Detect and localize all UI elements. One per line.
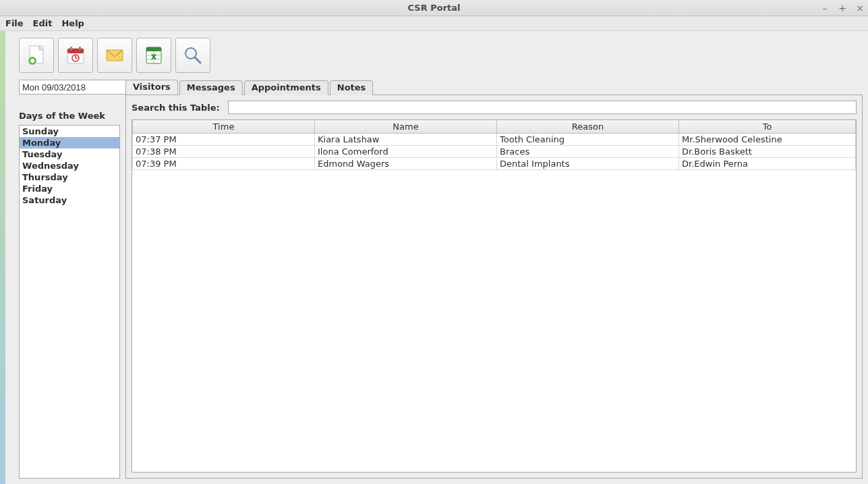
days-list[interactable]: SundayMondayTuesdayWednesdayThursdayFrid… (19, 125, 120, 479)
right-column: VisitorsMessagesAppointmentsNotes Search… (125, 80, 863, 479)
day-item[interactable]: Saturday (20, 194, 119, 206)
minimize-button[interactable]: – (819, 3, 830, 14)
table-row[interactable]: 07:37 PMKiara LatshawTooth CleaningMr.Sh… (133, 134, 856, 146)
menu-help[interactable]: Help (61, 18, 84, 28)
day-item[interactable]: Thursday (20, 171, 119, 183)
cell-reason: Braces (497, 146, 679, 158)
tab-panel: Search this Table: TimeNameReasonTo 07:3… (125, 95, 863, 479)
svg-rect-14 (146, 47, 161, 51)
svg-rect-4 (30, 60, 34, 62)
cell-reason: Tooth Cleaning (497, 134, 679, 146)
toolbar: X (0, 31, 868, 80)
tab-appointments[interactable]: Appointments (244, 80, 328, 95)
cell-name: Kiara Latshaw (315, 134, 497, 146)
column-header[interactable]: Name (315, 120, 497, 134)
tabs: VisitorsMessagesAppointmentsNotes (125, 80, 863, 95)
left-column: 🔑 Days of the Week SundayMondayTuesdayWe… (19, 80, 120, 479)
column-header[interactable]: Time (133, 120, 315, 134)
titlebar: CSR Portal – + × (0, 0, 868, 16)
left-edge-decoration (0, 31, 5, 484)
day-item[interactable]: Tuesday (20, 149, 119, 160)
close-button[interactable]: × (855, 3, 865, 14)
main-area: 🔑 Days of the Week SundayMondayTuesdayWe… (0, 80, 868, 484)
table-row[interactable]: 07:39 PMEdmond WagersDental ImplantsDr.E… (133, 158, 856, 170)
table-row[interactable]: 07:38 PMIlona ComerfordBracesDr.Boris Ba… (133, 146, 856, 158)
menubar: File Edit Help (0, 16, 868, 31)
maximize-button[interactable]: + (837, 3, 848, 14)
search-icon (181, 44, 204, 67)
cell-to: Dr.Boris Baskett (679, 146, 856, 158)
day-item[interactable]: Sunday (20, 126, 119, 137)
mail-button[interactable] (97, 38, 132, 73)
days-label: Days of the Week (19, 111, 120, 121)
svg-rect-6 (67, 49, 84, 53)
cell-time: 07:38 PM (133, 146, 315, 158)
tab-messages[interactable]: Messages (179, 80, 243, 95)
new-doc-icon (25, 44, 48, 67)
day-item[interactable]: Friday (20, 183, 119, 194)
cell-time: 07:39 PM (133, 158, 315, 170)
cell-name: Edmond Wagers (315, 158, 497, 170)
column-header[interactable]: Reason (497, 120, 679, 134)
svg-text:X: X (151, 53, 157, 61)
cell-time: 07:37 PM (133, 134, 315, 146)
day-item[interactable]: Monday (20, 137, 119, 149)
cell-reason: Dental Implants (497, 158, 679, 170)
svg-rect-7 (70, 47, 72, 51)
column-header[interactable]: To (679, 120, 856, 134)
excel-icon: X (142, 44, 165, 67)
calendar-icon (64, 44, 87, 67)
mail-icon (103, 44, 126, 67)
search-label: Search this Table: (132, 103, 220, 113)
tab-notes[interactable]: Notes (330, 80, 374, 95)
calendar-button[interactable] (58, 38, 93, 73)
window-title: CSR Portal (408, 3, 461, 13)
search-input[interactable] (228, 101, 857, 114)
tab-visitors[interactable]: Visitors (125, 80, 178, 95)
search-button[interactable] (175, 38, 210, 73)
date-input[interactable] (19, 80, 139, 95)
day-item[interactable]: Wednesday (20, 160, 119, 171)
visitors-grid[interactable]: TimeNameReasonTo 07:37 PMKiara LatshawTo… (132, 119, 857, 473)
cell-to: Mr.Sherwood Celestine (679, 134, 856, 146)
menu-file[interactable]: File (5, 18, 24, 28)
excel-button[interactable]: X (136, 38, 171, 73)
menu-edit[interactable]: Edit (33, 18, 53, 28)
svg-line-20 (195, 57, 200, 63)
cell-to: Dr.Edwin Perna (679, 158, 856, 170)
new-button[interactable] (19, 38, 54, 73)
cell-name: Ilona Comerford (315, 146, 497, 158)
svg-rect-8 (79, 47, 81, 51)
